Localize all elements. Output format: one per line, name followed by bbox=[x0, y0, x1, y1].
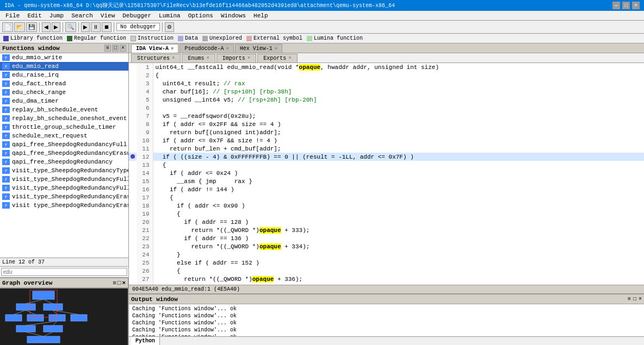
menu-edit[interactable]: Edit bbox=[24, 12, 45, 20]
menu-search[interactable]: Search bbox=[68, 12, 96, 20]
table-row[interactable]: 28 } bbox=[129, 283, 644, 285]
tab-ida-view-a-close[interactable]: × bbox=[171, 46, 174, 52]
close-button[interactable]: × bbox=[632, 2, 640, 9]
table-row[interactable]: 9 return buf[(unsigned int)addr]; bbox=[129, 128, 644, 136]
breakpoint-col[interactable] bbox=[129, 259, 137, 267]
breakpoint-col[interactable] bbox=[129, 267, 137, 275]
output-header-controls[interactable]: ≡ □ × bbox=[628, 296, 642, 302]
table-row[interactable]: 27 return *((_QWORD *)opaque + 336); bbox=[129, 275, 644, 283]
function-list-item[interactable]: fedu_mmio_read bbox=[0, 62, 128, 71]
toolbar-debug-play[interactable]: ▶ bbox=[81, 22, 90, 32]
table-row[interactable]: 3 uint64_t result; // rax bbox=[129, 79, 644, 87]
table-row[interactable]: 12 if ( ((size - 4) & 0xFFFFFFFB) == 0 |… bbox=[129, 153, 644, 161]
function-list-item[interactable]: fedu_mmio_write bbox=[0, 53, 128, 62]
function-list-item[interactable]: fedu_raise_irq bbox=[0, 71, 128, 79]
breakpoint-col[interactable] bbox=[129, 242, 137, 250]
toolbar-search[interactable]: 🔍 bbox=[65, 22, 76, 32]
breakpoint-col[interactable] bbox=[129, 283, 137, 285]
tab-structures[interactable]: Structures × bbox=[131, 54, 181, 62]
breakpoint-col[interactable] bbox=[129, 104, 137, 112]
table-row[interactable]: 6 bbox=[129, 104, 644, 112]
function-list-item[interactable]: fvisit_type_SheepdogRedundancyType bbox=[0, 166, 128, 175]
breakpoint-col[interactable] bbox=[129, 161, 137, 169]
function-search-input[interactable] bbox=[1, 268, 127, 276]
function-list-item[interactable]: fedu_dma_timer bbox=[0, 97, 128, 105]
functions-float-icon[interactable]: □ bbox=[112, 45, 119, 52]
function-list-item[interactable]: freplay_bh_schedule_oneshot_event bbox=[0, 114, 128, 123]
table-row[interactable]: 14 if ( addr <= 0x24 ) bbox=[129, 169, 644, 177]
code-view[interactable]: 1uint64_t __fastcall edu_mmio_read(void … bbox=[129, 63, 644, 285]
title-controls[interactable]: — □ × bbox=[612, 2, 640, 9]
toolbar-back[interactable]: ◀ bbox=[42, 22, 51, 32]
table-row[interactable]: 13 { bbox=[129, 161, 644, 169]
function-list-item[interactable]: freplay_bh_schedule_event bbox=[0, 105, 128, 114]
tab-hex-view-1-close[interactable]: × bbox=[275, 46, 277, 52]
function-list-item[interactable]: fedu_fact_thread bbox=[0, 79, 128, 88]
output-float-icon[interactable]: □ bbox=[633, 296, 636, 302]
breakpoint-col[interactable] bbox=[129, 96, 137, 104]
tab-hex-view-1[interactable]: Hex View-1 × bbox=[235, 44, 282, 53]
functions-settings-icon[interactable]: ≡ bbox=[104, 45, 111, 52]
table-row[interactable]: 20 if ( addr == 128 ) bbox=[129, 218, 644, 226]
minimize-button[interactable]: — bbox=[612, 2, 620, 9]
graph-settings-icon[interactable]: ≡ bbox=[113, 280, 116, 286]
breakpoint-col[interactable] bbox=[129, 226, 137, 234]
breakpoint-col[interactable] bbox=[129, 145, 137, 153]
table-row[interactable]: 5 unsigned __int64 v5; // [rsp+28h] [rbp… bbox=[129, 96, 644, 104]
output-settings-icon[interactable]: ≡ bbox=[628, 296, 631, 302]
toolbar-open[interactable]: 📂 bbox=[14, 22, 25, 32]
breakpoint-col[interactable] bbox=[129, 136, 137, 145]
table-row[interactable]: 16 if ( addr != 144 ) bbox=[129, 185, 644, 193]
breakpoint-col[interactable] bbox=[129, 210, 137, 218]
breakpoint-col[interactable] bbox=[129, 120, 137, 128]
tab-imports[interactable]: Imports × bbox=[216, 54, 256, 62]
breakpoint-col[interactable] bbox=[129, 250, 137, 259]
breakpoint-col[interactable] bbox=[129, 112, 137, 120]
menu-options[interactable]: Options bbox=[185, 12, 216, 20]
graph-header-controls[interactable]: ≡ □ × bbox=[113, 280, 126, 286]
tab-exports[interactable]: Exports × bbox=[257, 54, 297, 62]
menu-lumina[interactable]: Lumina bbox=[156, 12, 184, 20]
breakpoint-col[interactable] bbox=[129, 71, 137, 79]
functions-close-icon[interactable]: × bbox=[120, 45, 126, 52]
toolbar-extra[interactable]: ⚙ bbox=[165, 22, 174, 32]
breakpoint-col[interactable] bbox=[129, 202, 137, 210]
breakpoint-col[interactable] bbox=[129, 177, 137, 185]
table-row[interactable]: 8 if ( addr <= 0x2FF && size == 4 ) bbox=[129, 120, 644, 128]
tab-exports-close[interactable]: × bbox=[288, 55, 291, 61]
function-list-item[interactable]: fvisit_type_SheepdogRedundancyErasurCoc.… bbox=[0, 192, 128, 201]
table-row[interactable]: 1uint64_t __fastcall edu_mmio_read(void … bbox=[129, 63, 644, 71]
tab-structures-close[interactable]: × bbox=[172, 55, 175, 61]
table-row[interactable]: 11 return buf_len + cmd_buf[addr]; bbox=[129, 145, 644, 153]
table-row[interactable]: 22 if ( addr == 136 ) bbox=[129, 234, 644, 242]
table-row[interactable]: 10 if ( addr <= 0x7F && size != 4 ) bbox=[129, 136, 644, 145]
tab-enums[interactable]: Enums × bbox=[182, 54, 215, 62]
tab-enums-close[interactable]: × bbox=[206, 55, 209, 61]
table-row[interactable]: 21 return *((_QWORD *)opaque + 333); bbox=[129, 226, 644, 234]
toolbar-debug-stop[interactable]: ⏹ bbox=[102, 22, 112, 32]
table-row[interactable]: 18 if ( addr <= 0x90 ) bbox=[129, 202, 644, 210]
toolbar-new[interactable]: 📄 bbox=[2, 22, 13, 32]
function-list-item[interactable]: fqapi_free_SheepdogRedundancyErasuCoc... bbox=[0, 149, 128, 158]
table-row[interactable]: 25 else if ( addr == 152 ) bbox=[129, 259, 644, 267]
breakpoint-col[interactable] bbox=[129, 87, 137, 96]
menu-file[interactable]: File bbox=[2, 12, 23, 20]
graph-float-icon[interactable]: □ bbox=[117, 280, 121, 286]
menu-debugger[interactable]: Debugger bbox=[119, 12, 154, 20]
tab-pseudocode-a-close[interactable]: × bbox=[226, 46, 228, 52]
toolbar-save[interactable]: 💾 bbox=[26, 22, 37, 32]
table-row[interactable]: 24 } bbox=[129, 250, 644, 259]
breakpoint-col[interactable] bbox=[129, 234, 137, 242]
function-list-item[interactable]: fqapi_free_SheepdogRedundancy bbox=[0, 158, 128, 166]
toolbar-debug-pause[interactable]: ⏸ bbox=[91, 22, 101, 32]
function-list-item[interactable]: fthrottle_group_schedule_timer bbox=[0, 123, 128, 131]
function-list-item[interactable]: fvisit_type_SheepdogRedundancyFull bbox=[0, 184, 128, 192]
menu-jump[interactable]: Jump bbox=[46, 12, 67, 20]
breakpoint-col[interactable] bbox=[129, 275, 137, 283]
function-list-item[interactable]: fqapi_free_SheepdogRedundancyFull bbox=[0, 140, 128, 149]
tab-imports-close[interactable]: × bbox=[247, 55, 250, 61]
function-list-item[interactable]: fedu_check_range bbox=[0, 88, 128, 97]
menu-windows[interactable]: Windows bbox=[218, 12, 249, 20]
breakpoint-col[interactable] bbox=[129, 169, 137, 177]
menu-help[interactable]: Help bbox=[250, 12, 271, 20]
